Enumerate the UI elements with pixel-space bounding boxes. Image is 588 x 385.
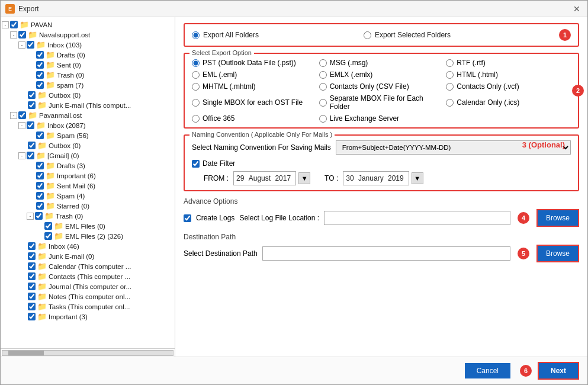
export-format-radio-calendar_ics[interactable] bbox=[446, 99, 454, 107]
tree-checkbox-sent0[interactable] bbox=[36, 61, 44, 69]
next-button[interactable]: Next bbox=[538, 362, 579, 380]
tree-checkbox-spam7[interactable] bbox=[36, 81, 44, 89]
tree-item-journal[interactable]: 📁Journal (This computer or... bbox=[1, 281, 175, 291]
tree-checkbox-important3[interactable] bbox=[28, 313, 36, 320]
tree-item-trash0[interactable]: 📁Trash (0) bbox=[1, 70, 175, 80]
export-format-radio-eml[interactable] bbox=[192, 71, 200, 79]
tree-checkbox-junk0[interactable] bbox=[28, 101, 36, 109]
folder-icon: 📁 bbox=[44, 211, 54, 220]
close-button[interactable]: ✕ bbox=[571, 4, 583, 14]
tree-checkbox-inbox46[interactable] bbox=[28, 242, 36, 250]
tree-scroll[interactable]: -📁PAVAN-📁Navalsupport.ost-📁Inbox (103)📁D… bbox=[1, 17, 175, 348]
tree-checkbox-pavanmail[interactable] bbox=[18, 111, 26, 119]
tree-item-important3[interactable]: 📁Important (3) bbox=[1, 312, 175, 322]
export-format-radio-emlx[interactable] bbox=[319, 71, 327, 79]
tree-item-pavanmail[interactable]: -📁Pavanmail.ost bbox=[1, 110, 175, 120]
tree-item-spam7[interactable]: 📁spam (7) bbox=[1, 80, 175, 90]
tree-item-sentmail6[interactable]: 📁Sent Mail (6) bbox=[1, 181, 175, 191]
tree-checkbox-outbox0[interactable] bbox=[28, 91, 36, 99]
tree-expand-btn[interactable]: - bbox=[27, 213, 34, 220]
tree-checkbox-tasks[interactable] bbox=[28, 303, 36, 310]
export-selected-radio[interactable] bbox=[364, 31, 371, 39]
tree-item-tasks[interactable]: 📁Tasks (This computer onl... bbox=[1, 301, 175, 312]
tree-item-inbox103[interactable]: -📁Inbox (103) bbox=[1, 40, 175, 50]
tree-expand-btn[interactable]: - bbox=[10, 112, 17, 119]
export-format-radio-office365[interactable] bbox=[192, 115, 200, 123]
export-format-radio-single_mbox[interactable] bbox=[192, 99, 200, 107]
export-format-radio-rtf[interactable] bbox=[446, 59, 454, 67]
export-format-radio-msg[interactable] bbox=[319, 59, 327, 67]
tree-checkbox-contacts[interactable] bbox=[28, 272, 36, 280]
tree-expand-btn[interactable]: - bbox=[18, 41, 25, 49]
destination-browse-button[interactable]: Browse bbox=[536, 245, 579, 262]
tree-item-important6[interactable]: 📁Important (6) bbox=[1, 171, 175, 181]
tree-item-emlfiles326[interactable]: 📁EML Files (2) (326) bbox=[1, 231, 175, 241]
tree-item-notes[interactable]: 📁Notes (This computer onl... bbox=[1, 291, 175, 301]
tree-checkbox-navalsupport[interactable] bbox=[18, 31, 26, 38]
create-logs-checkbox[interactable] bbox=[184, 214, 191, 222]
log-path-input[interactable]: C:\Users\HP\Desktop bbox=[324, 211, 510, 225]
tree-item-junk0[interactable]: 📁Junk E-mail (This comput... bbox=[1, 100, 175, 110]
tree-checkbox-spam56[interactable] bbox=[36, 131, 44, 139]
tree-item-inbox46[interactable]: 📁Inbox (46) bbox=[1, 241, 175, 251]
tree-item-drafts3[interactable]: 📁Drafts (3) bbox=[1, 161, 175, 171]
tree-item-drafts0[interactable]: 📁Drafts (0) bbox=[1, 50, 175, 60]
to-calendar-button[interactable]: ▼ bbox=[412, 172, 423, 184]
tree-item-navalsupport[interactable]: -📁Navalsupport.ost bbox=[1, 30, 175, 40]
tree-checkbox-emlfiles0[interactable] bbox=[44, 222, 52, 230]
tree-item-starred0[interactable]: 📁Starred (0) bbox=[1, 201, 175, 211]
from-calendar-button[interactable]: ▼ bbox=[298, 172, 310, 184]
tree-expand-btn[interactable]: - bbox=[2, 21, 9, 28]
export-format-radio-pst[interactable] bbox=[192, 59, 200, 67]
tree-checkbox-spam4[interactable] bbox=[36, 192, 44, 200]
tree-item-emlfiles0[interactable]: 📁EML Files (0) bbox=[1, 221, 175, 231]
tree-checkbox-inbox103[interactable] bbox=[27, 41, 34, 49]
destination-path-input[interactable]: C:\Users\HP\Desktop bbox=[262, 246, 510, 261]
tree-item-spam4[interactable]: 📁Spam (4) bbox=[1, 191, 175, 201]
date-filter-checkbox[interactable] bbox=[192, 160, 200, 168]
tree-expand-btn[interactable]: - bbox=[18, 122, 25, 129]
from-date-input[interactable]: 29 August 2017 bbox=[233, 171, 296, 185]
tree-checkbox-emlfiles326[interactable] bbox=[44, 232, 52, 240]
tree-checkbox-important6[interactable] bbox=[36, 172, 44, 179]
tree-checkbox-gmail0[interactable] bbox=[27, 152, 34, 159]
tree-expand-btn[interactable]: - bbox=[10, 31, 17, 38]
export-format-radio-mhtml[interactable] bbox=[192, 83, 200, 91]
export-format-radio-html[interactable] bbox=[446, 71, 454, 79]
export-format-radio-separate_mbox[interactable] bbox=[319, 99, 327, 107]
tree-checkbox-sentmail6[interactable] bbox=[36, 182, 44, 190]
tree-checkbox-starred0[interactable] bbox=[36, 202, 44, 210]
tree-checkbox-drafts3[interactable] bbox=[36, 162, 44, 169]
tree-checkbox-trash0[interactable] bbox=[36, 71, 44, 79]
export-format-radio-contacts_csv[interactable] bbox=[319, 83, 327, 91]
export-format-radio-contacts_vcf[interactable] bbox=[446, 83, 454, 91]
tree-checkbox-journal[interactable] bbox=[28, 283, 36, 290]
tree-expand-btn[interactable]: - bbox=[18, 152, 25, 159]
tree-checkbox-calendar[interactable] bbox=[28, 262, 36, 270]
to-date-input[interactable]: 30 January 2019 bbox=[343, 171, 409, 185]
tree-item-gmail0[interactable]: -📁[Gmail] (0) bbox=[1, 150, 175, 161]
export-all-radio[interactable] bbox=[192, 31, 200, 39]
export-option-pst: PST (Outlook Data File (.pst)) bbox=[192, 59, 317, 67]
tree-item-outbox0b[interactable]: 📁Outbox (0) bbox=[1, 140, 175, 150]
tree-checkbox-outbox0b[interactable] bbox=[28, 142, 36, 149]
tree-checkbox-trash0b[interactable] bbox=[35, 212, 43, 220]
cancel-button[interactable]: Cancel bbox=[465, 363, 510, 378]
horizontal-scrollbar[interactable] bbox=[2, 350, 173, 356]
tree-checkbox-drafts0[interactable] bbox=[36, 51, 44, 59]
tree-item-sent0[interactable]: 📁Sent (0) bbox=[1, 60, 175, 70]
tree-item-inbox2087[interactable]: -📁Inbox (2087) bbox=[1, 120, 175, 130]
log-browse-button[interactable]: Browse bbox=[536, 209, 579, 227]
tree-item-junk0b[interactable]: 📁Junk E-mail (0) bbox=[1, 251, 175, 261]
export-format-radio-live_exchange[interactable] bbox=[319, 115, 327, 123]
tree-checkbox-inbox2087[interactable] bbox=[27, 121, 34, 129]
tree-item-spam56[interactable]: 📁Spam (56) bbox=[1, 130, 175, 140]
tree-checkbox-pavan[interactable] bbox=[10, 21, 18, 28]
tree-checkbox-notes[interactable] bbox=[28, 293, 36, 300]
tree-item-pavan[interactable]: -📁PAVAN bbox=[1, 20, 175, 30]
tree-item-outbox0[interactable]: 📁Outbox (0) bbox=[1, 90, 175, 100]
tree-item-trash0b[interactable]: -📁Trash (0) bbox=[1, 211, 175, 221]
tree-item-calendar[interactable]: 📁Calendar (This computer ... bbox=[1, 261, 175, 271]
tree-item-contacts[interactable]: 📁Contacts (This computer ... bbox=[1, 271, 175, 281]
tree-checkbox-junk0b[interactable] bbox=[28, 252, 36, 260]
